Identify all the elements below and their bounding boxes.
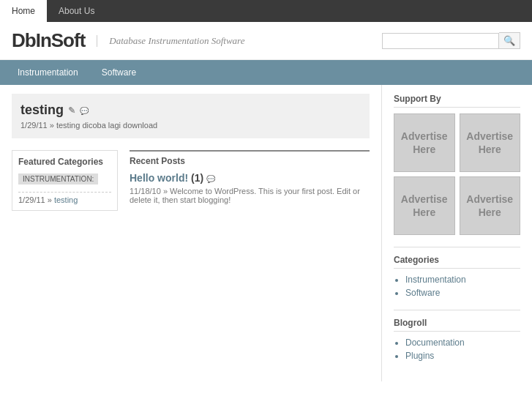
comment-icon[interactable] [80,106,89,115]
search-area: 🔍 [382,32,520,49]
category-item: 1/29/11 » testing [18,192,111,204]
content-wrapper: testing 1/29/11 » testing dicoba lagi do… [0,85,532,381]
sidebar: Support By AdvertiseHere AdvertiseHere A… [382,85,532,381]
site-header: DbInSoft Database Instrumentation Softwa… [0,22,532,60]
blogroll-title: Blogroll [394,318,520,332]
post-title-text: testing [20,102,64,118]
ad-box-4-text: AdvertiseHere [466,193,513,219]
ad-box-1-text: AdvertiseHere [401,130,448,156]
top-nav-about[interactable]: About Us [47,0,106,22]
recent-post-comment-count: (1) [191,172,203,184]
ad-box-2[interactable]: AdvertiseHere [460,113,521,172]
edit-icon[interactable] [68,105,75,116]
main-navigation: Instrumentation Software [0,60,532,85]
category-list-item-instrumentation: Instrumentation [405,275,520,285]
site-logo: DbInSoft [12,29,85,52]
nav-item-software[interactable]: Software [90,60,148,85]
category-tag[interactable]: INSTRUMENTATION: [18,174,98,184]
cat-item-date: 1/29/11 [18,195,45,204]
featured-categories-title: Featured Categories [18,157,111,167]
top-nav-home[interactable]: Home [0,0,47,22]
recent-post-excerpt: Welcome to WordPress. This is your first… [130,187,360,204]
sidebar-divider-1 [394,247,520,247]
categories-title: Categories [394,255,520,269]
recent-posts-title: Recent Posts [130,156,370,166]
sidebar-divider-2 [394,310,520,310]
search-button[interactable]: 🔍 [499,32,520,49]
blogroll-list: Documentation Plugins [394,338,520,361]
recent-post-date: 11/18/10 [130,187,161,195]
ad-box-2-text: AdvertiseHere [466,130,513,156]
category-link-software[interactable]: Software [405,288,440,298]
categories-list: Instrumentation Software [394,275,520,298]
blogroll-item-documentation: Documentation [405,338,520,348]
ad-box-4[interactable]: AdvertiseHere [460,176,521,235]
post-tags: testing dicoba lagi download [56,121,157,130]
main-content: testing 1/29/11 » testing dicoba lagi do… [0,85,382,381]
ad-box-1[interactable]: AdvertiseHere [394,113,455,172]
ad-grid: AdvertiseHere AdvertiseHere AdvertiseHer… [394,113,520,235]
blogroll-link-documentation[interactable]: Documentation [405,338,465,348]
recent-posts-section: Recent Posts Hello world! (1) 11/18/10 »… [130,150,370,211]
recent-post-title: Hello world! (1) [130,172,370,184]
recent-post-link[interactable]: Hello world! [130,172,188,184]
recent-post-meta: 11/18/10 » Welcome to WordPress. This is… [130,187,370,204]
post-date: 1/29/11 [20,121,48,130]
recent-post-comment-icon[interactable] [206,172,215,184]
search-input[interactable] [382,33,499,49]
featured-post: testing 1/29/11 » testing dicoba lagi do… [12,94,370,138]
ad-box-3-text: AdvertiseHere [401,193,448,219]
cat-item-link[interactable]: testing [54,195,78,204]
ad-box-3[interactable]: AdvertiseHere [394,176,455,235]
category-list-item-software: Software [405,288,520,298]
nav-item-instrumentation[interactable]: Instrumentation [6,60,90,85]
post-meta: 1/29/11 » testing dicoba lagi download [20,121,361,130]
post-title: testing [20,102,361,118]
support-title: Support By [394,94,520,108]
category-link-instrumentation[interactable]: Instrumentation [405,275,466,285]
featured-categories-section: Featured Categories INSTRUMENTATION: 1/2… [12,150,118,211]
two-column-section: Featured Categories INSTRUMENTATION: 1/2… [12,150,370,211]
blogroll-item-plugins: Plugins [405,351,520,361]
site-tagline: Database Instrumentation Software [97,35,244,47]
top-navigation: Home About Us [0,0,532,22]
blogroll-link-plugins[interactable]: Plugins [405,351,434,361]
